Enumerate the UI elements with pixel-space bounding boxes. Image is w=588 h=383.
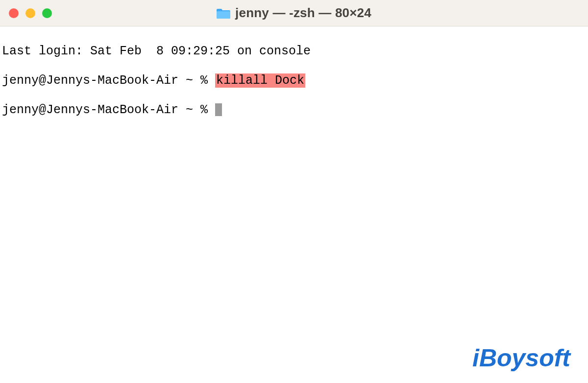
window-title: jenny — -zsh — 80×24 (0, 5, 588, 21)
window-titlebar: jenny — -zsh — 80×24 (0, 0, 588, 26)
shell-prompt: jenny@Jennys-MacBook-Air ~ % (2, 103, 215, 117)
terminal-output[interactable]: Last login: Sat Feb 8 09:29:25 on consol… (0, 26, 588, 135)
traffic-lights (9, 8, 52, 18)
entered-command: killall Dock (215, 73, 305, 88)
shell-prompt: jenny@Jennys-MacBook-Air ~ % (2, 73, 215, 88)
maximize-button[interactable] (42, 8, 52, 18)
watermark-logo: iBoysoft (472, 344, 570, 372)
close-button[interactable] (9, 8, 19, 18)
watermark-text: iBoysoft (472, 344, 570, 372)
last-login-line: Last login: Sat Feb 8 09:29:25 on consol… (2, 44, 311, 58)
folder-icon (217, 8, 230, 19)
minimize-button[interactable] (25, 8, 35, 18)
window-title-text: jenny — -zsh — 80×24 (235, 5, 371, 21)
text-cursor (215, 103, 222, 116)
